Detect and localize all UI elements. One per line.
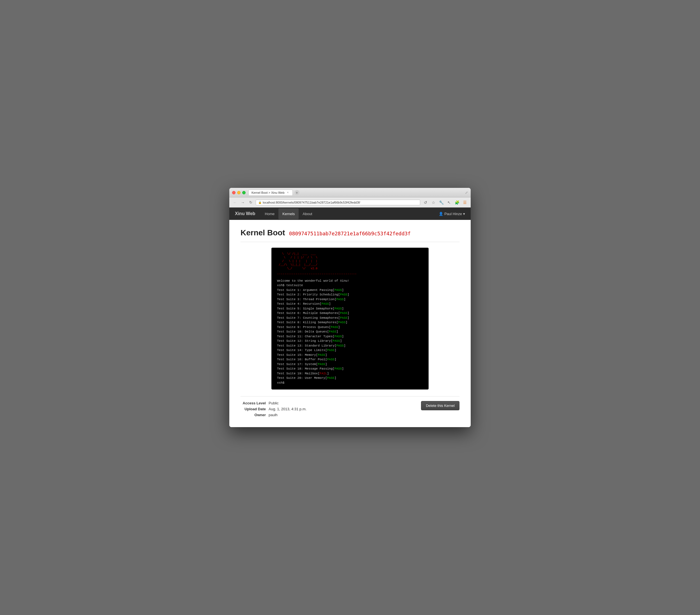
terminal-test-14: Test Suite 14: Type Limits[PASS]: [277, 348, 423, 353]
url-text: localhost:8000/kernels/0809747511bab7e28…: [263, 201, 360, 204]
terminal-ascii-art: \ \/ /|_| ___ ___ \ / | | |/ / \ \ / \ |…: [277, 252, 423, 270]
traffic-lights: [232, 191, 246, 194]
upload-date-value: Aug. 1, 2013, 4:31 p.m.: [268, 407, 307, 411]
site-brand[interactable]: Xinu Web: [235, 211, 255, 216]
url-bar[interactable]: 🔒 localhost:8000/kernels/0809747511bab7e…: [256, 200, 420, 205]
pass-16: PASS: [327, 358, 334, 361]
upload-date-label: Upload Date: [240, 407, 266, 411]
terminal-welcome: Welcome to the wonderful world of Xinu!: [277, 279, 423, 283]
forward-button[interactable]: →: [240, 200, 246, 205]
nav-link-home[interactable]: Home: [261, 208, 279, 219]
back-button[interactable]: ←: [232, 200, 238, 205]
pass-1: PASS: [335, 288, 342, 292]
terminal-output: \ \/ /|_| ___ ___ \ / | | |/ / \ \ / \ |…: [272, 248, 428, 390]
nav-link-kernels[interactable]: Kernels: [278, 208, 299, 219]
terminal-test-19: Test Suite 19: Mailbox[FAIL]: [277, 371, 423, 376]
ascii-line-5: \_/ \/ v2.0: [277, 267, 423, 270]
pass-10: PASS: [329, 330, 336, 333]
kernel-hash: 0809747511bab7e28721e1af66b9c53f42fedd3f: [289, 231, 411, 236]
pass-20: PASS: [327, 376, 334, 380]
site-navbar: Xinu Web Home Kernels About 👤 Paul Hinze…: [229, 208, 471, 220]
terminal-test-10: Test Suite 10: Delta Queues[PASS]: [277, 329, 423, 334]
ascii-line-1: \ \/ /|_| ___ ___: [277, 252, 423, 256]
terminal-test-8: Test Suite 8: Killing Semaphores[PASS]: [277, 320, 423, 325]
pointer-icon[interactable]: ↖: [446, 199, 452, 206]
close-button[interactable]: [232, 191, 236, 194]
page-header: Kernel Boot 0809747511bab7e28721e1af66b9…: [240, 228, 460, 242]
fail-19: FAIL: [320, 372, 327, 375]
page-content: Kernel Boot 0809747511bab7e28721e1af66b9…: [229, 220, 471, 427]
terminal-test-16: Test Suite 16: Buffer Pool[PASS]: [277, 357, 423, 362]
tab-bar: Kernel Boot > Xinu Web × +: [248, 189, 465, 196]
terminal-test-13: Test Suite 13: Standard Library[PASS]: [277, 343, 423, 348]
terminal-test-3: Test Suite 3: Thread Preemption[PASS]: [277, 297, 423, 302]
tab-title: Kernel Boot > Xinu Web: [251, 191, 285, 194]
terminal-test-12: Test Suite 12: String Library[PASS]: [277, 339, 423, 343]
user-name: Paul Hinze: [444, 212, 462, 216]
terminal-test-11: Test Suite 11: Character Types[PASS]: [277, 334, 423, 339]
pass-15: PASS: [318, 353, 325, 357]
toolbar-icons: ↺ ☆ 🔧 ↖ 🧩 ☰: [422, 199, 468, 206]
pass-11: PASS: [335, 335, 342, 338]
pass-8: PASS: [338, 321, 346, 324]
maximize-button[interactable]: [242, 191, 246, 194]
extension-icon[interactable]: 🧩: [454, 199, 460, 206]
pass-14: PASS: [327, 348, 334, 352]
terminal-test-9: Test Suite 9: Process Queues[PASS]: [277, 325, 423, 330]
pass-4: PASS: [321, 302, 329, 306]
address-bar: ← → ↻ 🔒 localhost:8000/kernels/080974751…: [229, 197, 471, 208]
new-tab-button[interactable]: +: [295, 190, 299, 195]
minimize-button[interactable]: [237, 191, 240, 194]
metadata-table: Access Level Public Upload Date Aug. 1, …: [240, 401, 307, 419]
user-icon: 👤: [439, 212, 443, 216]
terminal-test-1: Test Suite 1: Argument Passing[PASS]: [277, 288, 423, 293]
terminal-test-4: Test Suite 4: Recursion[PASS]: [277, 302, 423, 306]
owner-label: Owner: [240, 413, 266, 417]
menu-icon[interactable]: ☰: [462, 199, 468, 206]
title-bar: Kernel Boot > Xinu Web × + ⤢: [229, 188, 471, 197]
pass-3: PASS: [336, 298, 343, 301]
terminal-test-15: Test Suite 15: Memory[PASS]: [277, 353, 423, 357]
owner-value: paulh: [268, 413, 278, 417]
ascii-line-2: \ / | | |/ / \ \: [277, 256, 423, 259]
pass-6: PASS: [340, 311, 347, 315]
access-level-row: Access Level Public: [240, 401, 307, 405]
terminal-test-6: Test Suite 6: Multiple Semaphores[PASS]: [277, 311, 423, 316]
metadata-section: Access Level Public Upload Date Aug. 1, …: [240, 396, 460, 419]
star-icon[interactable]: ☆: [430, 199, 436, 206]
pass-13: PASS: [336, 344, 343, 347]
refresh-button[interactable]: ↻: [248, 200, 253, 205]
terminal-cmd: xsh$ testsuite: [277, 283, 423, 288]
wrench-icon[interactable]: 🔧: [438, 199, 444, 206]
page-title: Kernel Boot: [240, 228, 285, 237]
pass-18: PASS: [335, 367, 342, 370]
reload-icon[interactable]: ↺: [422, 199, 428, 206]
nav-link-about[interactable]: About: [299, 208, 316, 219]
nav-user-menu[interactable]: 👤 Paul Hinze ▾: [439, 212, 465, 216]
user-dropdown-icon: ▾: [463, 212, 465, 216]
pass-5: PASS: [335, 307, 342, 310]
terminal-divider: ----------------------------------------…: [277, 272, 423, 276]
terminal-test-17: Test Suite 17: System[PASS]: [277, 362, 423, 367]
tab-close-button[interactable]: ×: [286, 191, 290, 194]
terminal-test-20: Test Suite 20: User Memory[PASS]: [277, 376, 423, 381]
pass-7: PASS: [340, 316, 347, 320]
terminal-test-5: Test Suite 5: Single Semaphore[PASS]: [277, 306, 423, 311]
window-resize-icon[interactable]: ⤢: [465, 191, 468, 195]
browser-window: Kernel Boot > Xinu Web × + ⤢ ← → ↻ 🔒 loc…: [229, 188, 471, 427]
terminal-test-2: Test Suite 2: Priority Scheduling[PASS]: [277, 292, 423, 297]
url-lock-icon: 🔒: [258, 201, 262, 204]
browser-tab[interactable]: Kernel Boot > Xinu Web ×: [248, 189, 293, 196]
delete-kernel-button[interactable]: Delete this Kernel: [421, 401, 460, 410]
access-level-label: Access Level: [240, 401, 266, 405]
pass-17: PASS: [318, 362, 325, 366]
upload-date-row: Upload Date Aug. 1, 2013, 4:31 p.m.: [240, 407, 307, 411]
pass-9: PASS: [330, 325, 338, 329]
ascii-line-3: / \ | | | | | |: [277, 259, 423, 263]
nav-links: Home Kernels About: [261, 208, 439, 219]
terminal-prompt: xsh$: [277, 381, 423, 385]
access-level-value: Public: [268, 401, 278, 405]
pass-12: PASS: [333, 339, 340, 343]
terminal-test-7: Test Suite 7: Counting Semaphores[PASS]: [277, 316, 423, 320]
owner-row: Owner paulh: [240, 413, 307, 417]
